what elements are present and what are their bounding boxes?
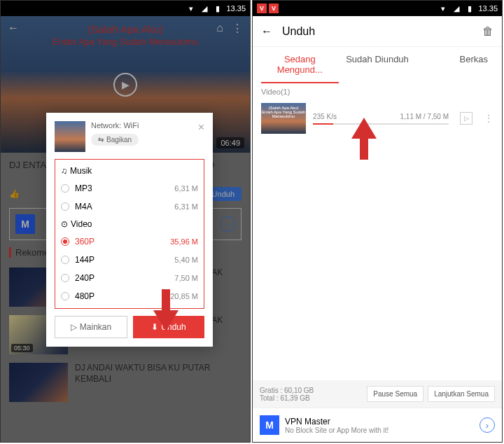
option-480p[interactable]: 480P20,85 M (58, 287, 201, 305)
play-icon: ▷ (71, 322, 77, 332)
pause-all-button[interactable]: Pause Semua (367, 386, 424, 402)
trash-icon[interactable]: 🗑 (482, 25, 493, 38)
network-label: Network: WiFi (91, 121, 192, 130)
battery-icon: ▮ (465, 4, 475, 13)
video-header: ⊙Video (58, 216, 201, 233)
vpn-subtitle: No Block Site or App More with it! (285, 426, 474, 434)
clock: 13.35 (478, 4, 498, 13)
vpn-promo[interactable]: M VPN Master No Block Site or App More w… (253, 408, 502, 442)
app-badge-icon: V (257, 4, 267, 13)
annotation-arrow (351, 118, 377, 160)
app-icon: M (260, 415, 279, 435)
battery-icon: ▮ (213, 4, 223, 13)
quality-options: ♫Musik MP36,31 M M4A6,31 M ⊙Video 360P35… (55, 159, 204, 309)
tab-downloaded[interactable]: Sudah Diunduh (339, 47, 416, 83)
option-m4a[interactable]: M4A6,31 M (58, 197, 201, 216)
thumbnail: (Salah Apa Aku)Entah Apa Yang Sudah Mera… (261, 103, 306, 134)
statusbar: ▾ ◢ ▮ 13.35 (1, 1, 250, 16)
storage-total: Total : 61,39 GB (260, 394, 314, 402)
signal-icon: ◢ (200, 4, 209, 13)
resume-all-button[interactable]: Lanjutkan Semua (428, 386, 495, 402)
option-144p[interactable]: 144P5,40 M (58, 251, 201, 269)
group-header: Video(1) (253, 83, 502, 97)
video-icon: ⊙ (61, 219, 68, 229)
download-modal: Network: WiFi ⇆ Bagikan × ♫Musik MP36,31… (46, 113, 213, 347)
play-icon[interactable]: ▷ (460, 112, 472, 125)
modal-thumbnail (55, 121, 85, 152)
wifi-icon: ▾ (438, 4, 448, 13)
annotation-arrow (153, 289, 178, 331)
share-button[interactable]: ⇆ Bagikan (91, 134, 139, 146)
download-progress-text: 1,11 M / 7,50 M (400, 113, 449, 120)
share-icon: ⇆ (98, 136, 104, 144)
go-icon[interactable]: › (479, 417, 495, 433)
tab-files[interactable]: Berkas (416, 47, 493, 83)
clock: 13.35 (226, 4, 246, 13)
download-item[interactable]: (Salah Apa Aku)Entah Apa Yang Sudah Mera… (253, 97, 502, 139)
option-240p[interactable]: 240P7,50 M (58, 269, 201, 287)
storage-free: Gratis : 60,10 GB (260, 387, 314, 394)
more-icon[interactable]: ⋮ (484, 113, 493, 124)
vpn-title: VPN Master (285, 417, 474, 426)
music-icon: ♫ (61, 166, 67, 176)
musik-header: ♫Musik (58, 162, 201, 179)
option-360p[interactable]: 360P35,96 M (58, 233, 201, 251)
back-icon[interactable]: ← (261, 25, 272, 38)
play-button[interactable]: ▷Mainkan (55, 316, 127, 338)
tabs: Sedang Mengund... Sudah Diunduh Berkas (253, 47, 502, 83)
storage-bar: Gratis : 60,10 GB Total : 61,39 GB Pause… (253, 380, 502, 408)
tab-downloading[interactable]: Sedang Mengund... (261, 47, 339, 83)
app-badge-icon: V (269, 4, 279, 13)
close-icon[interactable]: × (198, 121, 204, 134)
option-mp3[interactable]: MP36,31 M (58, 179, 201, 197)
wifi-icon: ▾ (186, 4, 196, 13)
statusbar: V V ▾ ◢ ▮ 13.35 (253, 1, 502, 16)
progress-bar (313, 123, 449, 125)
page-title: Unduh (282, 25, 315, 38)
download-speed: 235 K/s (313, 113, 337, 120)
page-header: ← Unduh 🗑 (253, 16, 502, 47)
signal-icon: ◢ (451, 4, 461, 13)
